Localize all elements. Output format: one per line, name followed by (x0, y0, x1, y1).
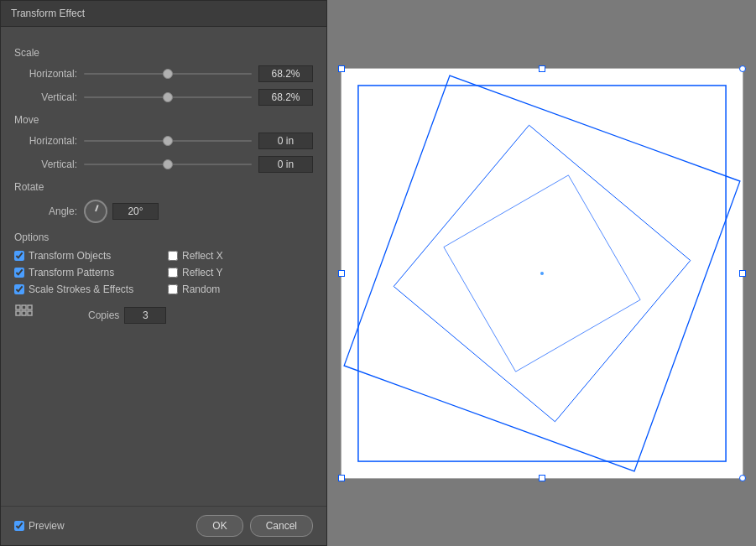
rotate-section: Rotate Angle: (14, 181, 313, 223)
random-label: Random (182, 283, 220, 295)
preview-checkbox[interactable] (14, 521, 24, 531)
scale-strokes-label: Scale Strokes & Effects (29, 283, 133, 295)
svg-rect-4 (28, 305, 32, 309)
random-checkbox[interactable] (168, 284, 178, 294)
reflect-y-label: Reflect Y (182, 267, 222, 278)
grid-icon (14, 304, 38, 327)
move-horizontal-label: Horizontal: (14, 135, 77, 147)
canvas-area (327, 0, 756, 546)
scale-horizontal-thumb[interactable] (163, 69, 173, 79)
scale-vertical-label: Vertical: (14, 91, 77, 103)
options-section: Options Transform Objects Reflect X Tran… (14, 231, 313, 295)
angle-dial[interactable] (84, 200, 107, 223)
random-row: Random (168, 283, 313, 295)
center-dot (540, 272, 544, 275)
transform-objects-label: Transform Objects (29, 250, 111, 262)
transform-objects-checkbox[interactable] (14, 251, 24, 261)
preview-label: Preview (29, 520, 65, 532)
svg-rect-1 (22, 305, 26, 309)
preview-check-row: Preview (14, 520, 190, 532)
copies-row: Copies (14, 304, 313, 327)
dialog-footer: Preview OK Cancel (1, 506, 326, 545)
reflect-x-label: Reflect X (182, 250, 223, 262)
scale-strokes-row: Scale Strokes & Effects (14, 283, 159, 295)
reflect-x-checkbox[interactable] (168, 251, 178, 261)
scale-horizontal-label: Horizontal: (14, 68, 77, 80)
rotate-angle-label: Angle: (14, 205, 77, 217)
scale-vertical-row: Vertical: (14, 89, 313, 106)
svg-rect-0 (16, 305, 20, 309)
scale-vertical-slider[interactable] (84, 96, 252, 98)
reflect-y-checkbox[interactable] (168, 268, 178, 278)
copies-input[interactable] (124, 307, 166, 324)
scale-vertical-input[interactable] (258, 89, 313, 106)
move-vertical-row: Vertical: (14, 156, 313, 173)
move-vertical-label: Vertical: (14, 159, 77, 170)
move-section: Move Horizontal: Vertical: (14, 114, 313, 173)
cancel-button[interactable]: Cancel (250, 515, 313, 537)
dialog-body: Scale Horizontal: Vertical: Move Horizon (1, 27, 326, 506)
transform-objects-row: Transform Objects (14, 250, 159, 262)
reflect-x-row: Reflect X (168, 250, 313, 262)
transform-patterns-checkbox[interactable] (14, 268, 24, 278)
move-horizontal-slider[interactable] (84, 140, 252, 142)
move-horizontal-thumb[interactable] (163, 136, 173, 146)
move-vertical-input[interactable] (258, 156, 313, 173)
transform-patterns-row: Transform Patterns (14, 267, 159, 278)
rotate-label: Rotate (14, 181, 313, 193)
transform-patterns-label: Transform Patterns (29, 267, 114, 278)
move-horizontal-row: Horizontal: (14, 133, 313, 149)
scale-label: Scale (14, 47, 313, 59)
canvas-white (341, 68, 743, 479)
transform-effect-dialog: Transform Effect Scale Horizontal: Verti… (0, 0, 327, 546)
options-grid: Transform Objects Reflect X Transform Pa… (14, 250, 313, 295)
scale-horizontal-slider[interactable] (84, 73, 252, 75)
options-label: Options (14, 231, 313, 243)
angle-input[interactable] (112, 203, 159, 220)
svg-rect-2 (16, 311, 20, 315)
ok-button[interactable]: OK (196, 515, 242, 537)
title-text: Transform Effect (11, 8, 85, 19)
move-horizontal-input[interactable] (258, 133, 313, 149)
scale-vertical-thumb[interactable] (163, 92, 173, 102)
scale-strokes-checkbox[interactable] (14, 284, 24, 294)
svg-rect-3 (22, 311, 26, 315)
scale-horizontal-row: Horizontal: (14, 65, 313, 82)
dialog-title: Transform Effect (1, 1, 326, 27)
scale-section: Scale Horizontal: Vertical: (14, 47, 313, 106)
move-vertical-slider[interactable] (84, 164, 252, 165)
scale-horizontal-input[interactable] (258, 65, 313, 82)
move-label: Move (14, 114, 313, 126)
move-vertical-thumb[interactable] (163, 159, 173, 169)
svg-rect-5 (28, 311, 32, 315)
reflect-y-row: Reflect Y (168, 267, 313, 278)
copies-label: Copies (88, 309, 119, 321)
rotate-row: Angle: (14, 200, 313, 223)
